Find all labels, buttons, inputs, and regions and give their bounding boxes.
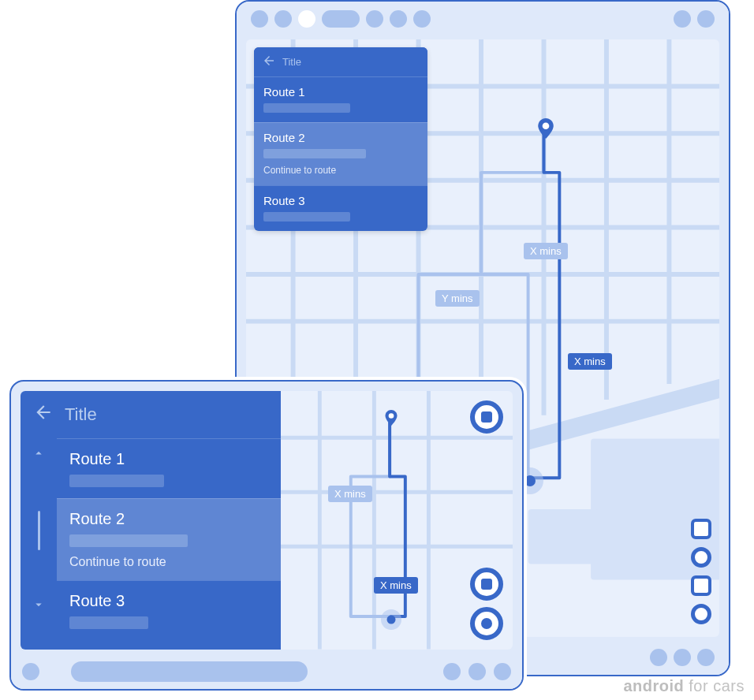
status-dot-active-icon	[298, 10, 315, 28]
map-fab-locate-icon[interactable]	[470, 607, 503, 640]
chevron-down-icon[interactable]	[32, 598, 46, 615]
map-fab-stop-icon[interactable]	[470, 568, 503, 601]
map-fab-stop-icon[interactable]	[470, 400, 503, 434]
route-item-label: Route 1	[263, 85, 418, 99]
current-location-icon	[524, 475, 536, 486]
route-time-badge-primary: X mins	[568, 353, 612, 370]
route-item[interactable]: Route 1	[254, 76, 427, 122]
destination-pin-icon	[383, 410, 399, 426]
nav-dot-icon[interactable]	[697, 649, 715, 666]
map-control-ring-icon[interactable]	[691, 547, 711, 568]
map-control-ring-icon[interactable]	[691, 604, 711, 624]
route-item-label: Route 1	[69, 450, 268, 468]
status-dot-icon	[413, 10, 431, 28]
route-time-badge-primary: X mins	[374, 577, 418, 594]
nav-dot-icon[interactable]	[22, 663, 39, 680]
portrait-map-controls	[691, 519, 711, 624]
route-time-badge-alt: X mins	[328, 486, 372, 502]
back-arrow-icon[interactable]	[262, 54, 276, 70]
status-pill-icon	[322, 10, 360, 28]
route-item-label: Route 2	[69, 510, 268, 528]
nav-dot-icon[interactable]	[443, 663, 461, 680]
route-time-badge-alt: X mins	[524, 243, 568, 259]
route-item-label: Route 3	[69, 592, 268, 610]
route-panel-title: Title	[282, 56, 301, 68]
scroll-rail	[21, 438, 57, 650]
status-dot-icon	[274, 10, 292, 28]
route-panel-title: Title	[65, 404, 97, 425]
nav-pill-icon[interactable]	[71, 661, 308, 682]
route-item[interactable]: Route 3	[254, 185, 427, 231]
svg-rect-1	[528, 509, 599, 564]
svg-point-23	[389, 413, 394, 419]
route-panel-header: Title	[21, 391, 281, 438]
route-item-label: Route 3	[263, 194, 418, 207]
watermark: android for cars	[623, 677, 745, 695]
nav-dot-icon[interactable]	[468, 663, 486, 680]
nav-dot-icon[interactable]	[650, 649, 667, 666]
svg-point-16	[543, 122, 550, 129]
chevron-up-icon[interactable]	[32, 446, 46, 464]
placeholder-bar-icon	[69, 616, 148, 629]
status-dot-icon	[366, 10, 383, 28]
landscape-map[interactable]: X mins X mins	[281, 391, 513, 650]
placeholder-bar-icon	[263, 149, 366, 158]
route-item-subtext: Continue to route	[69, 555, 268, 569]
route-item-subtext: Continue to route	[263, 165, 418, 176]
landscape-nav-bar	[11, 654, 522, 689]
route-time-badge-alt: Y mins	[435, 290, 480, 307]
landscape-route-panel: Title Route 1 Route 2 Continue	[21, 391, 281, 650]
map-control-stop-icon[interactable]	[691, 519, 711, 539]
nav-dot-icon[interactable]	[494, 663, 511, 680]
route-panel-header: Title	[254, 47, 427, 76]
route-item[interactable]: Route 3	[57, 580, 281, 640]
route-item[interactable]: Route 1	[57, 438, 281, 498]
status-dot-icon	[697, 10, 715, 28]
watermark-rest: for cars	[684, 677, 745, 694]
portrait-status-bar	[237, 2, 729, 36]
route-item-selected[interactable]: Route 2 Continue to route	[254, 122, 427, 185]
placeholder-bar-icon	[69, 475, 164, 487]
back-arrow-icon[interactable]	[33, 402, 54, 427]
route-item-label: Route 2	[263, 131, 418, 144]
current-location-icon	[387, 616, 396, 624]
status-dot-icon	[674, 10, 691, 28]
status-dot-icon	[390, 10, 407, 28]
placeholder-bar-icon	[263, 212, 350, 222]
destination-pin-icon	[536, 118, 556, 139]
status-dot-icon	[251, 10, 268, 28]
nav-dot-icon[interactable]	[674, 649, 691, 666]
map-control-stop-icon[interactable]	[691, 575, 711, 596]
placeholder-bar-icon	[263, 103, 350, 113]
placeholder-bar-icon	[69, 534, 188, 547]
watermark-bold: android	[623, 677, 684, 694]
device-landscape: Title Route 1 Route 2 Continue	[9, 380, 524, 691]
portrait-route-panel: Title Route 1 Route 2 Continue to route …	[254, 47, 427, 231]
route-item-selected[interactable]: Route 2 Continue to route	[57, 498, 281, 580]
scroll-track-icon[interactable]	[38, 511, 40, 550]
